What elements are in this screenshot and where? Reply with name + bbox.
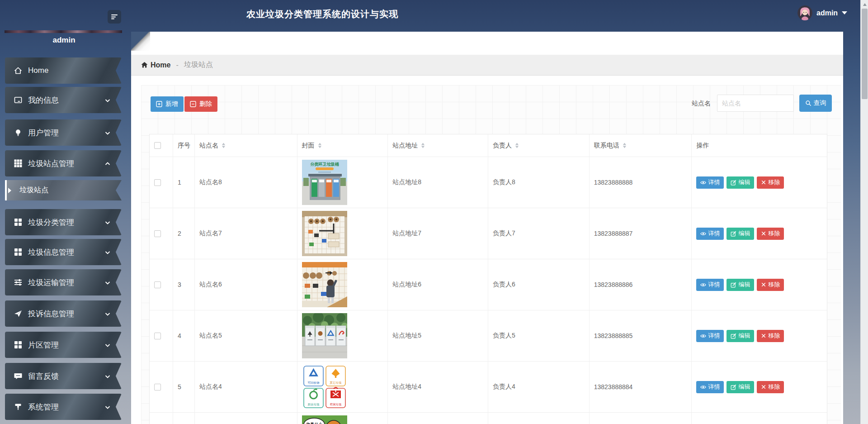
sidebar-item-home[interactable]: Home xyxy=(5,57,122,84)
search-label: 站点名 xyxy=(692,95,711,112)
sidebar-item-waste-info-management[interactable]: 垃圾信息管理 xyxy=(5,239,122,265)
remove-button[interactable]: 移除 xyxy=(757,279,784,291)
cover-image[interactable] xyxy=(302,313,347,358)
brush-icon xyxy=(14,402,23,411)
search-icon xyxy=(805,100,811,106)
grid-2x2-icon xyxy=(14,340,23,349)
detail-button[interactable]: 详情 xyxy=(696,228,724,240)
detail-button[interactable]: 详情 xyxy=(696,279,724,291)
detail-button[interactable]: 详情 xyxy=(696,381,724,393)
cover-image[interactable] xyxy=(302,262,347,307)
x-icon xyxy=(761,180,766,185)
remove-button[interactable]: 移除 xyxy=(757,228,784,240)
cover-image[interactable]: 分类环卫垃圾桶 xyxy=(302,160,347,205)
chevron-down-icon xyxy=(104,373,111,379)
grid-2x2-icon xyxy=(14,218,23,227)
svg-text:其它垃圾: 其它垃圾 xyxy=(329,381,342,385)
edit-button[interactable]: 编辑 xyxy=(726,279,754,291)
chevron-down-icon xyxy=(104,97,111,103)
cover-image[interactable]: 可回收物 其它垃圾 厨余垃圾 有害垃圾 xyxy=(302,364,347,410)
table-header-row: 序号 站点名 封面 站点地址 负责人 联系电话 操作 xyxy=(150,134,827,157)
avatar-banner xyxy=(5,30,122,33)
row-checkbox[interactable] xyxy=(154,230,161,237)
sidebar-item-complaint-management[interactable]: 投诉信息管理 xyxy=(5,300,122,327)
eye-icon xyxy=(700,384,706,390)
header-manager[interactable]: 负责人 xyxy=(488,134,590,157)
cover-image[interactable] xyxy=(302,211,347,256)
sidebar-item-station-management[interactable]: 垃圾站点管理 xyxy=(5,150,122,176)
table-row: 4 站点名5 xyxy=(150,310,827,362)
svg-text:有害垃圾: 有害垃圾 xyxy=(330,403,342,406)
add-button[interactable]: 新增 xyxy=(151,96,184,112)
home-icon xyxy=(14,66,23,75)
sidebar-item-user-management[interactable]: 用户管理 xyxy=(5,119,122,146)
sort-icon[interactable] xyxy=(318,143,322,148)
eye-icon xyxy=(700,333,706,339)
header-cover[interactable]: 封面 xyxy=(297,134,388,157)
edit-icon xyxy=(731,282,736,288)
sidebar-subitem-waste-station-active[interactable]: 垃圾站点 xyxy=(5,180,122,200)
chevron-down-icon xyxy=(104,249,111,255)
sort-icon[interactable] xyxy=(515,143,519,148)
search-input[interactable] xyxy=(717,95,794,112)
chevron-down-icon xyxy=(104,219,111,225)
minus-square-icon xyxy=(190,101,196,107)
row-checkbox[interactable] xyxy=(154,179,161,186)
sidebar-item-transport-management[interactable]: 垃圾运输管理 xyxy=(5,269,122,295)
select-all-checkbox[interactable] xyxy=(154,142,161,149)
sort-icon[interactable] xyxy=(421,143,425,148)
content-panel: Home - 垃圾站点 新增 删除 站点名 查询 xyxy=(131,32,843,424)
chevron-down-icon xyxy=(104,279,111,286)
edit-button[interactable]: 编辑 xyxy=(726,381,754,393)
detail-button[interactable]: 详情 xyxy=(696,176,724,189)
remove-button[interactable]: 移除 xyxy=(757,381,784,393)
row-checkbox[interactable] xyxy=(154,333,161,339)
edit-icon xyxy=(731,231,736,237)
header-phone[interactable]: 联系电话 xyxy=(590,134,692,157)
sidebar: admin Home 我的信息 用户管理 垃圾站点管理 垃圾站点 垃圾分类管理 xyxy=(0,0,131,424)
sidebar-item-district-management[interactable]: 片区管理 xyxy=(5,332,122,358)
cover-image[interactable]: 你是什么 xyxy=(302,415,347,424)
sidebar-item-classification-management[interactable]: 垃圾分类管理 xyxy=(5,209,122,235)
page-title: 农业垃圾分类管理系统的设计与实现 xyxy=(246,8,398,20)
detail-button[interactable]: 详情 xyxy=(696,330,724,342)
header-address[interactable]: 站点地址 xyxy=(388,134,488,157)
row-checkbox[interactable] xyxy=(154,281,161,288)
sort-icon[interactable] xyxy=(222,143,226,148)
caret-down-icon xyxy=(842,11,847,14)
edit-icon xyxy=(731,333,736,339)
header-ops: 操作 xyxy=(692,134,827,157)
chevron-down-icon xyxy=(104,342,111,348)
svg-text:可回收物: 可回收物 xyxy=(307,381,319,385)
sidebar-username: admin xyxy=(0,36,128,45)
scrollbar[interactable] xyxy=(860,0,868,424)
x-icon xyxy=(761,231,766,236)
sort-icon[interactable] xyxy=(623,143,627,148)
header-name[interactable]: 站点名 xyxy=(195,134,297,157)
edit-button[interactable]: 编辑 xyxy=(726,228,754,240)
sidebar-toggle-button[interactable] xyxy=(108,10,121,24)
user-menu[interactable]: admin xyxy=(797,5,847,20)
breadcrumb: Home - 垃圾站点 xyxy=(131,55,843,76)
edit-button[interactable]: 编辑 xyxy=(726,330,754,342)
sidebar-item-feedback[interactable]: 留言反馈 xyxy=(5,363,122,389)
eye-icon xyxy=(700,180,706,186)
table-row: 1 站点名8 分类环卫垃圾桶 站点地址8 xyxy=(150,157,827,208)
scrollbar-up-arrow[interactable] xyxy=(861,1,868,8)
chevron-up-icon xyxy=(104,160,111,167)
search-button[interactable]: 查询 xyxy=(799,95,832,112)
sidebar-item-my-info[interactable]: 我的信息 xyxy=(5,87,122,113)
sidebar-item-system-management[interactable]: 系统管理 xyxy=(5,394,122,420)
row-checkbox[interactable] xyxy=(154,384,161,391)
comment-icon xyxy=(14,372,23,381)
remove-button[interactable]: 移除 xyxy=(757,330,784,342)
content-area: 新增 删除 站点名 查询 序号 站点名 封面 xyxy=(141,85,841,424)
edit-button[interactable]: 编辑 xyxy=(726,176,754,189)
breadcrumb-home-link[interactable]: Home xyxy=(141,61,170,69)
scrollbar-thumb[interactable] xyxy=(862,9,868,99)
remove-button[interactable]: 移除 xyxy=(757,176,784,189)
lightbulb-icon xyxy=(14,128,23,137)
paper-plane-icon xyxy=(14,309,23,318)
delete-button[interactable]: 删除 xyxy=(184,96,217,112)
plus-square-icon xyxy=(156,101,162,107)
